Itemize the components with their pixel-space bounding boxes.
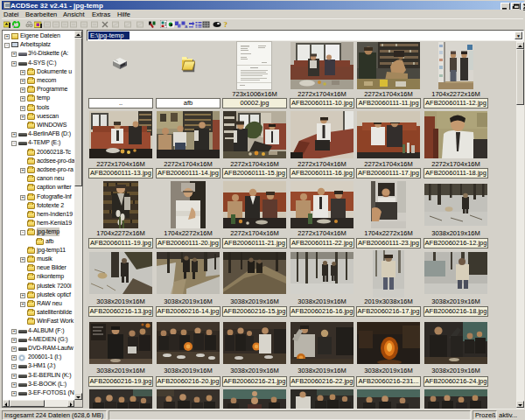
svg-text:?: ? <box>224 20 228 28</box>
